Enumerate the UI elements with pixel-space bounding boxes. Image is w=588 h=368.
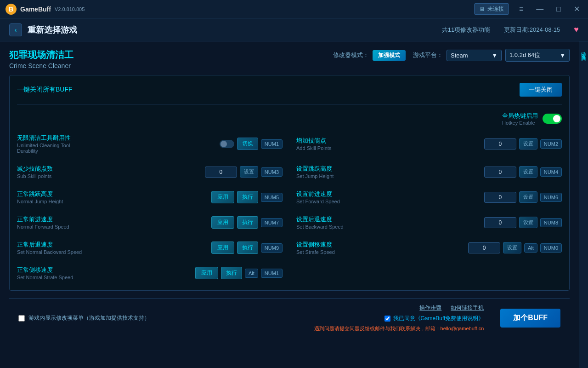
page-title: 重新选择游戏 xyxy=(28,24,77,35)
feature-name-en-f4: Normal Forward Speed xyxy=(17,224,211,230)
feature-set-btn-f2[interactable]: 设置 xyxy=(240,166,258,178)
close-button[interactable]: ✕ xyxy=(571,4,582,14)
update-date: 更新日期:2024-08-15 xyxy=(504,26,560,34)
one-click-button[interactable]: 一键关闭 xyxy=(520,83,562,97)
steps-link[interactable]: 操作步骤 xyxy=(419,304,441,312)
feature-set-btn-r5[interactable]: 设置 xyxy=(503,242,521,253)
feature-info-r5: 设置侧移速度 Set Strafe Speed xyxy=(296,241,468,255)
feature-key-f1: NUM1 xyxy=(261,139,283,149)
feature-row-f1-right: 增加技能点 Add Skill Points 设置 NUM2 xyxy=(296,131,562,156)
show-menu-checkbox[interactable] xyxy=(18,315,25,322)
feature-set-btn-r3[interactable]: 设置 xyxy=(519,191,537,203)
feature-controls-f3: 应用 执行 NUM5 xyxy=(211,191,283,203)
menu-button[interactable]: ≡ xyxy=(516,4,526,14)
feature-name-en-f5: Set Normal Backward Speed xyxy=(17,249,211,255)
feature-name-cn-r4: 设置后退速度 xyxy=(296,215,484,224)
feature-row-f3-right: 设置前进速度 Set Forward Speed 设置 NUM6 xyxy=(296,187,562,207)
feature-input-r4[interactable] xyxy=(484,217,516,228)
footer-right: 操作步骤 如何链接手机 我已同意《GameBuff免费使用说明》 遇到问题请提交… xyxy=(314,304,484,332)
header-left: ‹ 重新选择游戏 xyxy=(9,23,77,36)
feature-row-f1-left: 无限清洁工具耐用性 Unlimited Cleaning ToolDurabil… xyxy=(17,131,283,156)
back-button[interactable]: ‹ xyxy=(9,23,22,36)
feature-name-cn-r2: 设置跳跃高度 xyxy=(296,165,484,173)
app-logo: B xyxy=(6,4,17,15)
feature-info-f3: 正常跳跃高度 Normal Jump Height xyxy=(17,190,211,204)
feature-input-f2[interactable] xyxy=(205,167,237,178)
header: ‹ 重新选择游戏 共11项修改器功能 更新日期:2024-08-15 ♥ xyxy=(0,18,588,41)
mode-badge: 加强模式 xyxy=(373,50,406,61)
feature-key-f5: NUM9 xyxy=(261,243,283,253)
feature-set-btn-r1[interactable]: 设置 xyxy=(519,138,537,150)
feature-input-r5[interactable] xyxy=(468,242,500,253)
feature-apply-btn-f4[interactable]: 应用 xyxy=(211,216,234,229)
feature-key-f3: NUM5 xyxy=(261,193,283,202)
feature-name-en-f1: Unlimited Cleaning ToolDurability xyxy=(17,143,220,154)
platform-select[interactable]: Steam ▼ xyxy=(447,50,502,61)
feature-exec-btn-f5[interactable]: 执行 xyxy=(237,242,258,254)
feature-input-r2[interactable] xyxy=(484,167,516,178)
feature-key-alt-f6: Alt xyxy=(245,269,258,278)
feature-name-cn-f4: 正常前进速度 xyxy=(17,215,211,224)
hotkey-toggle[interactable] xyxy=(543,114,562,124)
feature-exec-btn-f6[interactable]: 执行 xyxy=(221,267,242,279)
feature-info-f4: 正常前进速度 Normal Forward Speed xyxy=(17,215,211,230)
feature-switch-btn-f1[interactable]: 切换 xyxy=(237,138,258,150)
feature-controls-r1: 设置 NUM2 xyxy=(484,138,562,150)
connect-phone-link[interactable]: 如何链接手机 xyxy=(451,304,484,312)
feature-set-btn-r2[interactable]: 设置 xyxy=(519,166,537,178)
feature-info-r2: 设置跳跃高度 Set Jump Height xyxy=(296,165,484,179)
feature-name-cn-f5: 正常后退速度 xyxy=(17,241,211,249)
feature-name-cn-f6: 正常侧移速度 xyxy=(17,266,195,274)
feature-key-r4: NUM8 xyxy=(540,218,562,227)
feature-row-f2-right: 设置跳跃高度 Set Jump Height 设置 NUM4 xyxy=(296,162,562,182)
one-click-label: 一键关闭所有BUFF xyxy=(17,86,73,94)
version-select[interactable]: 1.0.2d 64位 ▼ xyxy=(505,49,570,62)
feature-exec-btn-f3[interactable]: 执行 xyxy=(237,191,258,203)
header-right: 共11项修改器功能 更新日期:2024-08-15 ♥ xyxy=(442,25,579,34)
feature-toggle-f1[interactable] xyxy=(220,140,234,148)
feature-key-r3: NUM6 xyxy=(540,193,562,202)
feature-key-f2: NUM3 xyxy=(261,167,283,177)
feature-apply-btn-f3[interactable]: 应用 xyxy=(211,191,234,203)
footer-links: 操作步骤 如何链接手机 xyxy=(419,304,484,312)
footer-agree: 我已同意《GameBuff免费使用说明》 xyxy=(384,315,484,322)
feature-input-r1[interactable] xyxy=(484,138,516,150)
agree-link[interactable]: 我已同意《GameBuff免费使用说明》 xyxy=(393,315,484,322)
feature-exec-btn-f4[interactable]: 执行 xyxy=(237,216,258,229)
game-header: 犯罪现场清洁工 Crime Scene Cleaner 修改器模式： 加强模式 … xyxy=(9,49,570,69)
feature-apply-btn-f6[interactable]: 应用 xyxy=(195,267,218,279)
footer-error: 遇到问题请提交问题反馈或邮件与我们联系解决，邮箱：hello@gamebuff.… xyxy=(314,325,484,332)
feature-apply-btn-f5[interactable]: 应用 xyxy=(211,242,234,254)
feature-row-f6-right xyxy=(296,263,562,283)
feature-controls-f1: 切换 NUM1 xyxy=(220,138,283,150)
feature-name-en-f6: Set Normal Strafe Speed xyxy=(17,275,195,280)
feature-row-f5-left: 正常后退速度 Set Normal Backward Speed 应用 执行 N… xyxy=(17,238,283,258)
feature-key-f4: NUM7 xyxy=(261,218,283,227)
platform-value: Steam xyxy=(451,52,468,59)
app-version: V2.0.810.805 xyxy=(55,6,85,12)
feature-controls-r4: 设置 NUM8 xyxy=(484,217,562,228)
footer: 游戏内显示修改项菜单（游戏加加提供技术支持） 操作步骤 如何链接手机 我已同意《… xyxy=(9,298,570,338)
sidebar-tab-game-tools[interactable]: 游戏工具 xyxy=(580,46,587,55)
mode-meta: 修改器模式： 加强模式 xyxy=(333,50,406,61)
feature-key-r1: NUM2 xyxy=(540,139,562,149)
maximize-button[interactable]: □ xyxy=(554,4,564,14)
agree-checkbox[interactable] xyxy=(384,316,390,322)
feature-controls-r5: 设置 Alt NUM0 xyxy=(468,242,562,253)
favorite-icon[interactable]: ♥ xyxy=(574,25,579,34)
feature-key-alt-r5: Alt xyxy=(524,243,537,253)
feature-row-f6-left: 正常侧移速度 Set Normal Strafe Speed 应用 执行 Alt… xyxy=(17,263,283,283)
feature-name-cn-f2: 减少技能点数 xyxy=(17,165,205,173)
mode-label: 修改器模式： xyxy=(333,51,369,59)
feature-input-r3[interactable] xyxy=(484,192,516,203)
feature-row-f3-left: 正常跳跃高度 Normal Jump Height 应用 执行 NUM5 xyxy=(17,187,283,207)
titlebar: B GameBuff V2.0.810.805 🖥 未连接 ≡ — □ ✕ xyxy=(0,0,588,18)
add-buff-button[interactable]: 加个BUFF xyxy=(500,309,560,328)
connection-status[interactable]: 🖥 未连接 xyxy=(474,3,509,15)
feature-set-btn-r4[interactable]: 设置 xyxy=(519,217,537,228)
feature-name-cn-r1: 增加技能点 xyxy=(296,137,484,145)
content-area: 犯罪现场清洁工 Crime Scene Cleaner 修改器模式： 加强模式 … xyxy=(0,41,579,368)
feature-info-f1: 无限清洁工具耐用性 Unlimited Cleaning ToolDurabil… xyxy=(17,134,220,154)
minimize-button[interactable]: — xyxy=(533,4,546,14)
titlebar-right: 🖥 未连接 ≡ — □ ✕ xyxy=(474,3,582,15)
